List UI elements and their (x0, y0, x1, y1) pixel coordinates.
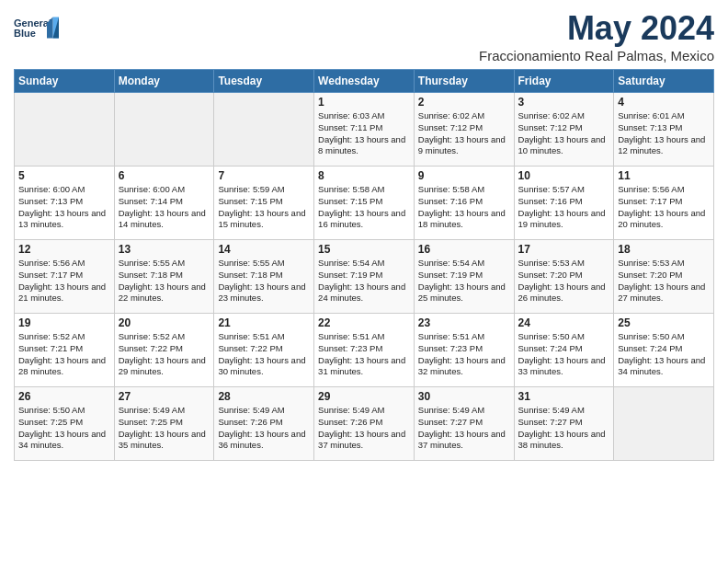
calendar-cell: 23Sunrise: 5:51 AMSunset: 7:23 PMDayligh… (414, 314, 514, 387)
day-content: Sunrise: 5:49 AMSunset: 7:26 PMDaylight:… (318, 405, 410, 452)
day-content: Sunrise: 5:49 AMSunset: 7:26 PMDaylight:… (218, 405, 310, 452)
day-number: 26 (18, 390, 110, 403)
calendar-cell: 18Sunrise: 5:53 AMSunset: 7:20 PMDayligh… (614, 240, 714, 314)
day-number: 11 (618, 169, 710, 182)
week-row-4: 26Sunrise: 5:50 AMSunset: 7:25 PMDayligh… (15, 387, 714, 461)
day-content: Sunrise: 5:49 AMSunset: 7:27 PMDaylight:… (418, 405, 510, 452)
day-content: Sunrise: 5:56 AMSunset: 7:17 PMDaylight:… (18, 258, 110, 304)
day-content: Sunrise: 5:51 AMSunset: 7:22 PMDaylight:… (218, 331, 310, 378)
day-number: 27 (119, 390, 210, 403)
day-content: Sunrise: 5:50 AMSunset: 7:24 PMDaylight:… (518, 331, 610, 378)
day-content: Sunrise: 5:52 AMSunset: 7:22 PMDaylight:… (119, 331, 210, 378)
calendar-cell (214, 93, 314, 167)
calendar-cell: 9Sunrise: 5:58 AMSunset: 7:16 PMDaylight… (414, 167, 514, 240)
calendar-cell (15, 93, 115, 167)
calendar-cell: 31Sunrise: 5:49 AMSunset: 7:27 PMDayligh… (514, 387, 614, 461)
calendar-cell: 1Sunrise: 6:03 AMSunset: 7:11 PMDaylight… (314, 93, 415, 167)
day-content: Sunrise: 5:56 AMSunset: 7:17 PMDaylight:… (618, 184, 710, 231)
calendar-cell (114, 93, 214, 167)
calendar-cell: 20Sunrise: 5:52 AMSunset: 7:22 PMDayligh… (114, 314, 214, 387)
day-number: 25 (618, 316, 710, 329)
logo-svg: General Blue (14, 9, 60, 46)
header-thursday: Thursday (414, 70, 514, 93)
day-content: Sunrise: 6:00 AMSunset: 7:13 PMDaylight:… (18, 184, 110, 231)
header-friday: Friday (514, 70, 614, 93)
day-content: Sunrise: 6:02 AMSunset: 7:12 PMDaylight:… (518, 110, 610, 157)
calendar-table: SundayMondayTuesdayWednesdayThursdayFrid… (14, 69, 714, 461)
day-content: Sunrise: 6:01 AMSunset: 7:13 PMDaylight:… (618, 110, 710, 157)
day-content: Sunrise: 6:00 AMSunset: 7:14 PMDaylight:… (119, 184, 210, 231)
day-content: Sunrise: 5:55 AMSunset: 7:18 PMDaylight:… (218, 258, 310, 304)
day-number: 3 (518, 96, 610, 109)
calendar-cell: 15Sunrise: 5:54 AMSunset: 7:19 PMDayligh… (314, 240, 415, 314)
day-content: Sunrise: 5:54 AMSunset: 7:19 PMDaylight:… (418, 258, 510, 304)
calendar-cell: 4Sunrise: 6:01 AMSunset: 7:13 PMDaylight… (614, 93, 714, 167)
day-number: 19 (18, 316, 110, 329)
day-number: 23 (418, 316, 510, 329)
day-content: Sunrise: 5:50 AMSunset: 7:25 PMDaylight:… (18, 405, 110, 452)
logo: General Blue (14, 9, 60, 46)
week-row-1: 5Sunrise: 6:00 AMSunset: 7:13 PMDaylight… (15, 167, 714, 240)
calendar-cell: 16Sunrise: 5:54 AMSunset: 7:19 PMDayligh… (414, 240, 514, 314)
day-number: 17 (518, 243, 610, 256)
day-content: Sunrise: 6:03 AMSunset: 7:11 PMDaylight:… (318, 110, 410, 157)
day-number: 8 (318, 169, 410, 182)
day-content: Sunrise: 5:51 AMSunset: 7:23 PMDaylight:… (418, 331, 510, 378)
day-content: Sunrise: 5:50 AMSunset: 7:24 PMDaylight:… (618, 331, 710, 378)
day-number: 14 (218, 243, 310, 256)
day-content: Sunrise: 5:53 AMSunset: 7:20 PMDaylight:… (518, 258, 610, 304)
day-content: Sunrise: 5:59 AMSunset: 7:15 PMDaylight:… (218, 184, 310, 231)
header-wednesday: Wednesday (314, 70, 415, 93)
calendar-cell: 2Sunrise: 6:02 AMSunset: 7:12 PMDaylight… (414, 93, 514, 167)
week-row-2: 12Sunrise: 5:56 AMSunset: 7:17 PMDayligh… (15, 240, 714, 314)
calendar-cell: 14Sunrise: 5:55 AMSunset: 7:18 PMDayligh… (214, 240, 314, 314)
day-number: 5 (18, 169, 110, 182)
day-number: 24 (518, 316, 610, 329)
calendar-cell: 6Sunrise: 6:00 AMSunset: 7:14 PMDaylight… (114, 167, 214, 240)
calendar-cell: 28Sunrise: 5:49 AMSunset: 7:26 PMDayligh… (214, 387, 314, 461)
header-sunday: Sunday (15, 70, 115, 93)
day-number: 6 (119, 169, 210, 182)
calendar-cell: 22Sunrise: 5:51 AMSunset: 7:23 PMDayligh… (314, 314, 415, 387)
calendar-cell: 7Sunrise: 5:59 AMSunset: 7:15 PMDaylight… (214, 167, 314, 240)
day-number: 15 (318, 243, 410, 256)
header-saturday: Saturday (614, 70, 714, 93)
calendar-header-row: SundayMondayTuesdayWednesdayThursdayFrid… (15, 70, 714, 93)
week-row-0: 1Sunrise: 6:03 AMSunset: 7:11 PMDaylight… (15, 93, 714, 167)
day-content: Sunrise: 5:49 AMSunset: 7:27 PMDaylight:… (518, 405, 610, 452)
calendar-cell: 30Sunrise: 5:49 AMSunset: 7:27 PMDayligh… (414, 387, 514, 461)
day-content: Sunrise: 5:54 AMSunset: 7:19 PMDaylight:… (318, 258, 410, 304)
svg-text:General: General (14, 17, 51, 29)
calendar-cell: 27Sunrise: 5:49 AMSunset: 7:25 PMDayligh… (114, 387, 214, 461)
day-content: Sunrise: 5:58 AMSunset: 7:16 PMDaylight:… (418, 184, 510, 231)
day-number: 10 (518, 169, 610, 182)
day-number: 31 (518, 390, 610, 403)
day-number: 9 (418, 169, 510, 182)
day-number: 28 (218, 390, 310, 403)
calendar-cell: 19Sunrise: 5:52 AMSunset: 7:21 PMDayligh… (15, 314, 115, 387)
day-number: 22 (318, 316, 410, 329)
calendar-cell: 3Sunrise: 6:02 AMSunset: 7:12 PMDaylight… (514, 93, 614, 167)
calendar-cell: 5Sunrise: 6:00 AMSunset: 7:13 PMDaylight… (15, 167, 115, 240)
calendar-cell: 8Sunrise: 5:58 AMSunset: 7:15 PMDaylight… (314, 167, 415, 240)
day-number: 16 (418, 243, 510, 256)
day-content: Sunrise: 5:55 AMSunset: 7:18 PMDaylight:… (119, 258, 210, 304)
location-title: Fraccionamiento Real Palmas, Mexico (479, 48, 714, 63)
day-number: 20 (119, 316, 210, 329)
day-number: 12 (18, 243, 110, 256)
calendar-cell: 10Sunrise: 5:57 AMSunset: 7:16 PMDayligh… (514, 167, 614, 240)
calendar-cell: 26Sunrise: 5:50 AMSunset: 7:25 PMDayligh… (15, 387, 115, 461)
calendar-cell: 17Sunrise: 5:53 AMSunset: 7:20 PMDayligh… (514, 240, 614, 314)
calendar-cell (614, 387, 714, 461)
day-number: 18 (618, 243, 710, 256)
week-row-3: 19Sunrise: 5:52 AMSunset: 7:21 PMDayligh… (15, 314, 714, 387)
day-number: 13 (119, 243, 210, 256)
header-tuesday: Tuesday (214, 70, 314, 93)
svg-text:Blue: Blue (14, 28, 36, 39)
page-header: General Blue May 2024 Fraccionamiento Re… (14, 9, 714, 63)
day-number: 7 (218, 169, 310, 182)
day-content: Sunrise: 5:53 AMSunset: 7:20 PMDaylight:… (618, 258, 710, 304)
calendar-cell: 24Sunrise: 5:50 AMSunset: 7:24 PMDayligh… (514, 314, 614, 387)
title-block: May 2024 Fraccionamiento Real Palmas, Me… (479, 9, 714, 63)
calendar-cell: 13Sunrise: 5:55 AMSunset: 7:18 PMDayligh… (114, 240, 214, 314)
